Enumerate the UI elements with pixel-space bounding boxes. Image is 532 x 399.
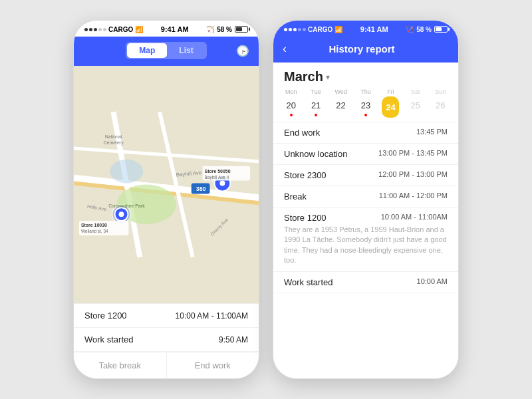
- right-status-2: 🏹 58 %: [406, 26, 448, 33]
- day-wed[interactable]: Wed 22: [329, 88, 353, 118]
- history-item-work-started: Work started 10:00 AM: [273, 272, 458, 293]
- h-time-store2300: 12:00 PM - 13:00 PM: [378, 170, 448, 178]
- carrier-2: CARGO 📶: [284, 26, 342, 33]
- month-selector[interactable]: March ▾: [273, 63, 458, 88]
- dot-thu: [364, 114, 367, 116]
- history-icon[interactable]: 🕞: [236, 45, 249, 57]
- carrier-name-2: CARGO: [308, 26, 332, 33]
- tab-list[interactable]: List: [167, 43, 205, 58]
- history-item-unknown: Unknow location 13:00 PM - 13:45 PM: [273, 144, 458, 165]
- dot-tue: [315, 114, 317, 116]
- day-num-mon: 20: [283, 96, 300, 114]
- day-fri[interactable]: Fri 24: [378, 88, 403, 118]
- store-time-1: 10:00 AM - 11:00AM: [176, 311, 248, 321]
- day-name-tue: Tue: [311, 88, 321, 95]
- day-num-sat: 25: [407, 96, 424, 114]
- svg-text:Store 10030: Store 10030: [81, 223, 107, 227]
- signal-dot: [84, 28, 88, 31]
- svg-text:Store 50050: Store 50050: [205, 169, 231, 174]
- svg-text:Wolland st, 34: Wolland st, 34: [81, 229, 108, 233]
- history-item-store1200: Store 1200 10:00 AM - 11:00AM They are a…: [273, 207, 458, 272]
- end-work-button[interactable]: End work: [167, 352, 259, 378]
- signal-dot: [94, 28, 97, 31]
- svg-point-7: [110, 160, 144, 184]
- history-phone: CARGO 📶 9:41 AM 🏹 58 % ‹ History report …: [273, 20, 459, 379]
- h-label-unknown: Unknow location: [284, 149, 347, 159]
- bluetooth-icon-2: 🏹: [406, 26, 414, 33]
- status-bar-2: CARGO 📶 9:41 AM 🏹 58 %: [273, 21, 458, 37]
- map-header: Map List 🕞: [74, 37, 259, 66]
- signal-dot-empty: [98, 28, 102, 31]
- info-list: Store 1200 10:00 AM - 11:00AM Work start…: [74, 303, 259, 352]
- svg-point-13: [219, 181, 225, 186]
- h-label-work-started: Work started: [284, 277, 332, 287]
- h-label-store1200: Store 1200: [284, 213, 327, 223]
- battery-fill-1: [236, 27, 242, 31]
- battery-percent-2: 58 %: [416, 26, 432, 33]
- battery-percent-1: 58 %: [217, 26, 232, 33]
- day-num-wed: 22: [332, 96, 350, 114]
- battery-icon-2: [434, 26, 448, 33]
- history-item-row: Unknow location 13:00 PM - 13:45 PM: [284, 149, 448, 159]
- store-label-1: Store 1200: [84, 311, 127, 321]
- signal-dot: [89, 28, 92, 31]
- right-status-1: 🏹 58 %: [206, 26, 248, 33]
- battery-icon-1: [235, 26, 248, 33]
- day-sat[interactable]: Sat 25: [403, 88, 428, 118]
- svg-text:Bayhill Ave 4: Bayhill Ave 4: [205, 175, 229, 180]
- time-1: 9:41 AM: [161, 25, 189, 33]
- day-name-mon: Mon: [285, 88, 297, 95]
- history-item-row: Work started 10:00 AM: [284, 277, 448, 287]
- h-note-store1200: They are a 1953 Pétrus, a 1959 Haut-Brio…: [284, 225, 448, 266]
- day-thu[interactable]: Thu 23: [353, 88, 378, 118]
- signal-dot-empty: [103, 28, 106, 31]
- carrier-name-1: CARGO: [108, 26, 133, 33]
- signal-dot-empty: [298, 28, 301, 31]
- svg-point-19: [119, 211, 124, 217]
- signal-dot: [289, 28, 292, 31]
- take-break-button[interactable]: Take break: [74, 352, 167, 378]
- day-num-sun: 26: [432, 96, 449, 114]
- info-row-1: Store 1200 10:00 AM - 11:00AM: [74, 304, 259, 328]
- wifi-icon-1: 📶: [135, 26, 143, 33]
- day-tue[interactable]: Tue 21: [303, 88, 328, 118]
- day-name-fri: Fri: [387, 88, 394, 95]
- history-item-row: Store 2300 12:00 PM - 13:00 PM: [284, 170, 448, 180]
- h-time-work-started: 10:00 AM: [417, 277, 448, 285]
- day-name-sat: Sat: [411, 88, 420, 95]
- day-sun[interactable]: Sun 26: [428, 88, 453, 118]
- h-time-unknown: 13:00 PM - 13:45 PM: [378, 149, 448, 157]
- battery-fill-2: [436, 27, 442, 31]
- signal-dot: [284, 28, 287, 31]
- h-time-break: 11:00 AM - 12:00 PM: [379, 192, 448, 200]
- history-list: End work 13:45 PM Unknow location 13:00 …: [273, 122, 458, 378]
- h-label-end-work: End work: [284, 128, 320, 138]
- day-name-thu: Thu: [360, 88, 371, 95]
- signal-dot: [293, 28, 297, 31]
- day-num-thu: 23: [357, 96, 374, 114]
- h-label-break: Break: [284, 192, 307, 201]
- history-header: ‹ History report: [273, 37, 458, 63]
- signal-dots-2: [284, 28, 306, 31]
- carrier-1: CARGO 📶: [84, 26, 143, 33]
- svg-text:National: National: [105, 134, 122, 139]
- work-time-1: 9:50 AM: [219, 335, 248, 344]
- work-label-1: Work started: [84, 334, 133, 344]
- signal-dot-empty: [303, 28, 306, 31]
- bluetooth-icon-1: 🏹: [206, 26, 214, 33]
- back-button[interactable]: ‹: [283, 42, 287, 56]
- info-row-2: Work started 9:50 AM: [74, 328, 259, 352]
- day-num-tue: 21: [307, 96, 325, 114]
- history-item-end-work: End work 13:45 PM: [273, 122, 458, 144]
- day-mon[interactable]: Mon 20: [279, 88, 303, 118]
- tab-map[interactable]: Map: [127, 43, 167, 58]
- history-item-row: Break 11:00 AM - 12:00 PM: [284, 192, 448, 201]
- wifi-icon-2: 📶: [334, 26, 342, 33]
- tab-switcher: Map List: [126, 42, 206, 59]
- history-title: History report: [292, 43, 432, 55]
- day-name-wed: Wed: [334, 88, 346, 95]
- dot-mon: [290, 114, 293, 116]
- bottom-buttons: Take break End work: [74, 352, 259, 378]
- history-item-break: Break 11:00 AM - 12:00 PM: [273, 186, 458, 207]
- map-phone: CARGO 📶 9:41 AM 🏹 58 % Map List 🕞: [73, 20, 259, 379]
